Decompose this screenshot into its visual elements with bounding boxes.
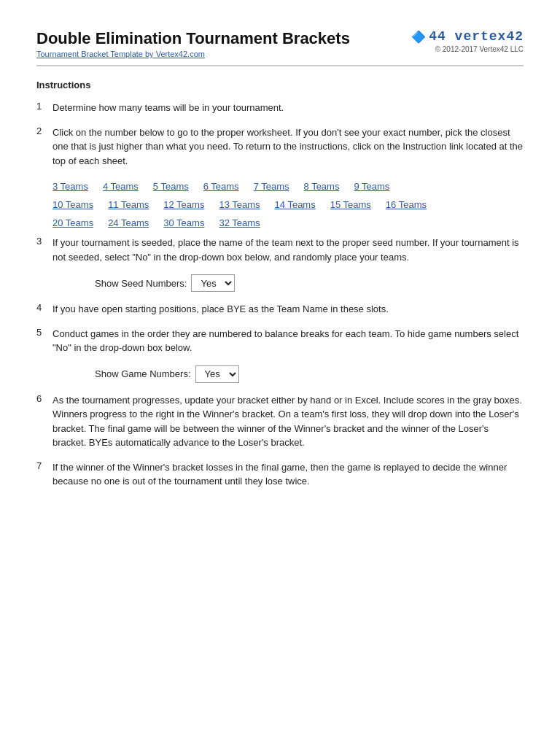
seed-numbers-row: Show Seed Numbers: Yes No <box>95 274 524 292</box>
instruction-num-1: 1 <box>36 101 50 112</box>
logo-text: 44 vertex42 <box>429 29 524 44</box>
team-link-7[interactable]: 7 Teams <box>254 181 289 192</box>
instruction-num-6: 6 <box>36 393 50 404</box>
team-link-24[interactable]: 24 Teams <box>108 217 149 228</box>
instruction-num-3: 3 <box>36 236 50 247</box>
team-link-12[interactable]: 12 Teams <box>163 199 204 210</box>
seed-numbers-label: Show Seed Numbers: <box>95 278 187 289</box>
team-link-9[interactable]: 9 Teams <box>354 181 389 192</box>
teams-row-1: 3 Teams 4 Teams 5 Teams 6 Teams 7 Teams … <box>52 181 524 192</box>
instruction-4: 4 If you have open starting positions, p… <box>36 302 524 317</box>
logo-row: 🔷 44 vertex42 <box>411 29 524 44</box>
title-area: Double Elimination Tournament Brackets T… <box>36 29 350 59</box>
team-link-10[interactable]: 10 Teams <box>52 199 93 210</box>
teams-row-3: 20 Teams 24 Teams 30 Teams 32 Teams <box>52 217 524 228</box>
instructions-heading: Instructions <box>36 80 524 90</box>
team-link-4[interactable]: 4 Teams <box>103 181 139 192</box>
instruction-1: 1 Determine how many teams will be in yo… <box>36 101 524 115</box>
teams-row-2: 10 Teams 11 Teams 12 Teams 13 Teams 14 T… <box>52 199 524 210</box>
logo-icon: 🔷 <box>411 30 426 44</box>
instruction-text-6: As the tournament progresses, update you… <box>52 393 524 450</box>
logo-prefix: 44 <box>429 29 446 44</box>
teams-section: 3 Teams 4 Teams 5 Teams 6 Teams 7 Teams … <box>52 181 524 228</box>
instruction-text-2: Click on the number below to go to the p… <box>52 125 524 169</box>
instruction-text-5: Conduct games in the order they are numb… <box>52 327 524 355</box>
instruction-num-2: 2 <box>36 125 50 136</box>
team-link-15[interactable]: 15 Teams <box>330 199 371 210</box>
game-numbers-select[interactable]: Yes No <box>195 365 239 383</box>
instruction-text-1: Determine how many teams will be in your… <box>52 101 284 115</box>
instruction-7: 7 If the winner of the Winner's bracket … <box>36 460 524 489</box>
instruction-num-4: 4 <box>36 302 50 313</box>
team-link-16[interactable]: 16 Teams <box>386 199 427 210</box>
instruction-5: 5 Conduct games in the order they are nu… <box>36 327 524 355</box>
instruction-6: 6 As the tournament progresses, update y… <box>36 393 524 450</box>
instruction-text-7: If the winner of the Winner's bracket lo… <box>52 460 524 489</box>
instruction-text-4: If you have open starting positions, pla… <box>52 302 389 317</box>
instruction-num-5: 5 <box>36 327 50 338</box>
subtitle-link[interactable]: Tournament Bracket Template by Vertex42.… <box>36 50 205 58</box>
game-numbers-row: Show Game Numbers: Yes No <box>95 365 524 383</box>
team-link-32[interactable]: 32 Teams <box>219 217 260 228</box>
page-header: Double Elimination Tournament Brackets T… <box>36 29 524 66</box>
team-link-13[interactable]: 13 Teams <box>219 199 260 210</box>
instruction-2: 2 Click on the number below to go to the… <box>36 125 524 169</box>
team-link-11[interactable]: 11 Teams <box>108 199 149 210</box>
team-link-14[interactable]: 14 Teams <box>275 199 316 210</box>
team-link-30[interactable]: 30 Teams <box>163 217 204 228</box>
team-link-20[interactable]: 20 Teams <box>52 217 93 228</box>
instruction-num-7: 7 <box>36 460 50 471</box>
team-link-5[interactable]: 5 Teams <box>153 181 189 192</box>
page-title: Double Elimination Tournament Brackets <box>36 29 350 48</box>
copyright-text: © 2012-2017 Vertex42 LLC <box>435 45 524 53</box>
logo-area: 🔷 44 vertex42 © 2012-2017 Vertex42 LLC <box>411 29 524 53</box>
team-link-8[interactable]: 8 Teams <box>304 181 340 192</box>
seed-numbers-select[interactable]: Yes No <box>191 274 235 292</box>
game-numbers-label: Show Game Numbers: <box>95 368 191 379</box>
instruction-3: 3 If your tournament is seeded, place th… <box>36 236 524 264</box>
instruction-text-3: If your tournament is seeded, place the … <box>52 236 524 264</box>
team-link-3[interactable]: 3 Teams <box>52 181 88 192</box>
team-link-6[interactable]: 6 Teams <box>203 181 239 192</box>
